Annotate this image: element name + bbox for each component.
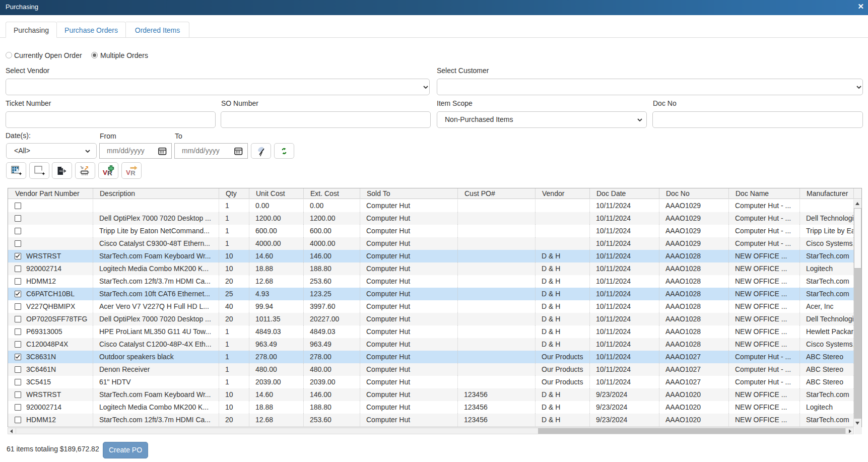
svg-text:V: V bbox=[126, 169, 130, 176]
svg-text:R: R bbox=[130, 169, 136, 177]
svg-text:V: V bbox=[103, 169, 107, 176]
